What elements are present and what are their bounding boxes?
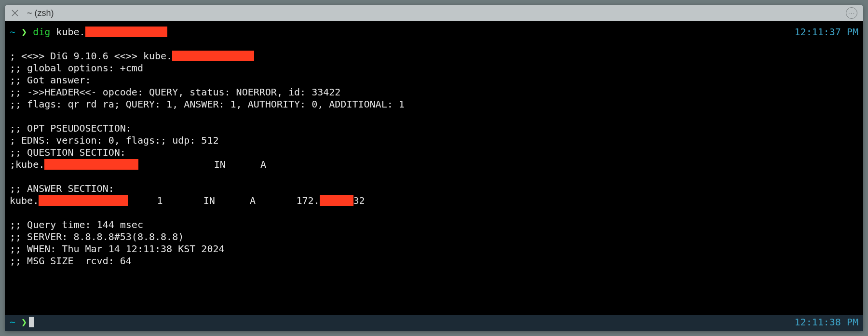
titlebar: ~ (zsh) ··· <box>5 5 863 21</box>
output-line: ;; Got answer: <box>10 74 858 86</box>
output-line: ;; OPT PSEUDOSECTION: <box>10 122 858 134</box>
window-title: ~ (zsh) <box>27 8 54 18</box>
output-line: ;; WHEN: Thu Mar 14 12:11:38 KST 2024 <box>10 243 858 255</box>
output-line: ;; SERVER: 8.8.8.8#53(8.8.8.8) <box>10 231 858 243</box>
close-icon[interactable] <box>10 8 20 18</box>
output-line: ;kube. IN A <box>10 159 858 171</box>
terminal-area[interactable]: ~ ❯ dig kube.12:11:37 PM ; <<>> DiG 9.10… <box>5 21 863 315</box>
redaction-block <box>320 195 353 206</box>
timestamp-2: 12:11:38 PM <box>795 316 858 328</box>
blank <box>10 38 858 50</box>
redaction-block <box>44 159 138 170</box>
output-line: ;; ANSWER SECTION: <box>10 183 858 195</box>
blank <box>10 110 858 122</box>
cursor <box>29 317 34 327</box>
output-line: ;; Query time: 144 msec <box>10 219 858 231</box>
output-line: ;; QUESTION SECTION: <box>10 147 858 159</box>
prompt-arrow: ❯ <box>21 316 27 328</box>
output-line: ;; ->>HEADER<<- opcode: QUERY, status: N… <box>10 86 858 98</box>
blank <box>10 207 858 219</box>
prompt-line-2[interactable]: ~ ❯12:11:38 PM <box>5 315 863 331</box>
output-line: ;; MSG SIZE rcvd: 64 <box>10 255 858 267</box>
output-line: ; EDNS: version: 0, flags:; udp: 512 <box>10 134 858 147</box>
command-name: dig <box>33 26 50 38</box>
prompt-tilde: ~ <box>10 26 15 38</box>
prompt-tilde: ~ <box>10 316 15 328</box>
output-line: ; <<>> DiG 9.10.6 <<>> kube. <box>10 50 858 62</box>
redaction-block <box>85 27 167 37</box>
output-line: kube. 1 IN A 172.32 <box>10 195 858 207</box>
redaction-block <box>39 195 128 206</box>
blank <box>10 171 858 183</box>
menu-dots-icon[interactable]: ··· <box>846 7 857 19</box>
prompt-line-1: ~ ❯ dig kube.12:11:37 PM <box>10 26 858 38</box>
terminal-window: ~ (zsh) ··· ~ ❯ dig kube.12:11:37 PM ; <… <box>5 5 863 331</box>
prompt-arrow: ❯ <box>21 26 27 38</box>
command-arg: kube. <box>56 26 85 38</box>
redaction-block <box>172 51 254 61</box>
output-line: ;; global options: +cmd <box>10 62 858 74</box>
timestamp-1: 12:11:37 PM <box>795 26 858 38</box>
output-line: ;; flags: qr rd ra; QUERY: 1, ANSWER: 1,… <box>10 98 858 110</box>
